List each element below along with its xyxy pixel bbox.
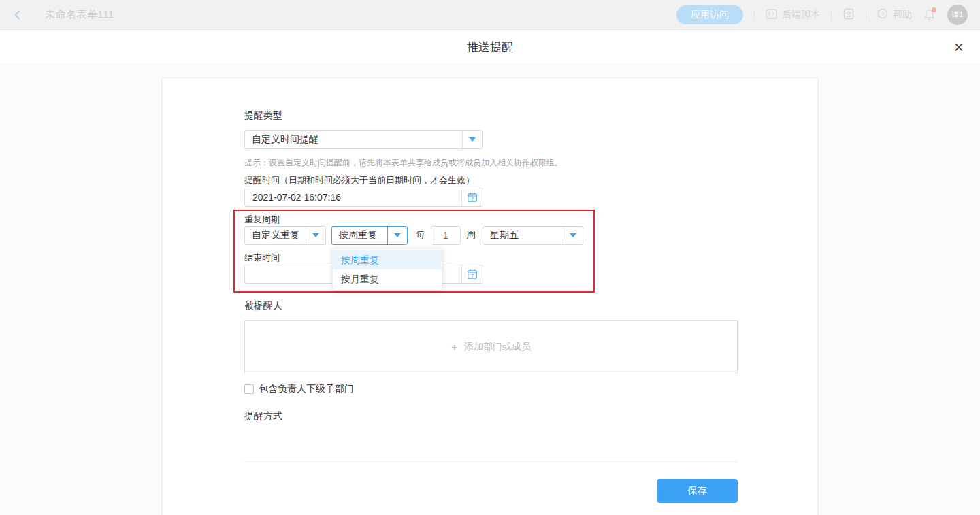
modal-body: 提醒类型 自定义时间提醒 提示：设置自定义时间提醒前，请先将本表单共享给成员或将… — [0, 65, 980, 515]
include-sub-row: 包含负责人下级子部门 — [244, 383, 354, 395]
calendar-icon[interactable]: 7 — [461, 265, 483, 283]
topbar: 未命名表单111 应用访问 后端脚本 ? 帮助 — [0, 0, 980, 30]
contact-card-button[interactable] — [843, 8, 855, 22]
add-members-text: 添加部门或成员 — [464, 341, 531, 353]
svg-text:?: ? — [881, 10, 885, 17]
repeat-interval-input[interactable] — [431, 226, 461, 245]
divider — [831, 10, 832, 20]
notification-dot — [932, 7, 936, 12]
save-button[interactable]: 保存 — [657, 479, 738, 503]
include-sub-label: 包含负责人下级子部门 — [259, 383, 354, 395]
backend-script-button[interactable]: 后端脚本 — [766, 9, 820, 21]
modal-title: 推送提醒 — [467, 39, 513, 55]
divider — [754, 10, 755, 20]
weekday-select[interactable]: 星期五 — [483, 226, 583, 245]
help-button[interactable]: ? 帮助 — [877, 8, 912, 21]
end-time-label: 结束时间 — [244, 252, 280, 264]
modal-header: 推送提醒 × — [0, 30, 980, 65]
add-members-box[interactable]: + 添加部门或成员 — [244, 320, 738, 373]
app-access-button[interactable]: 应用访问 — [676, 5, 743, 24]
every-unit: 周 — [466, 229, 476, 242]
chevron-down-icon — [462, 131, 482, 148]
hint-text: 提示：设置自定义时间提醒前，请先将本表单共享给成员或将成员加入相关协作权限组。 — [244, 157, 563, 169]
avatar[interactable]: 谭1 — [947, 5, 968, 25]
frequency-dropdown-menu: 按周重复 按月重复 — [332, 248, 442, 290]
settings-card: 提醒类型 自定义时间提醒 提示：设置自定义时间提醒前，请先将本表单共享给成员或将… — [161, 78, 819, 515]
weekday-value: 星期五 — [483, 229, 563, 242]
repeat-mode-value: 自定义重复 — [245, 229, 306, 242]
chevron-down-icon — [563, 227, 583, 244]
form-title: 未命名表单111 — [45, 8, 114, 21]
reminder-type-label: 提醒类型 — [244, 110, 282, 122]
dropdown-option-weekly[interactable]: 按周重复 — [333, 250, 442, 269]
contact-card-icon — [843, 8, 855, 22]
repeat-mode-select[interactable]: 自定义重复 — [244, 226, 326, 245]
reminder-type-select[interactable]: 自定义时间提醒 — [244, 130, 483, 149]
svg-text:7: 7 — [471, 197, 474, 201]
reminder-time-input-group: 7 — [244, 188, 483, 207]
repeat-frequency-value: 按周重复 — [332, 229, 387, 242]
chevron-down-icon — [306, 227, 325, 244]
back-chevron-icon[interactable] — [12, 9, 24, 21]
notification-bell-icon[interactable] — [923, 8, 936, 22]
repeat-frequency-select[interactable]: 按周重复 — [331, 226, 408, 245]
reminder-type-value: 自定义时间提醒 — [245, 133, 462, 146]
divider — [244, 461, 738, 462]
divider — [866, 10, 866, 20]
every-prefix: 每 — [416, 229, 425, 242]
repeat-label: 重复周期 — [244, 214, 280, 226]
calendar-icon[interactable]: 7 — [461, 188, 483, 206]
reminder-method-label: 提醒方式 — [244, 410, 282, 422]
reminder-time-label: 提醒时间（日期和时间必须大于当前日期时间，才会生效） — [244, 174, 474, 186]
include-sub-checkbox[interactable] — [244, 384, 254, 394]
svg-text:7: 7 — [471, 273, 474, 278]
plus-icon: + — [451, 342, 458, 353]
reminder-time-input[interactable] — [245, 192, 461, 203]
dropdown-option-monthly[interactable]: 按月重复 — [333, 269, 442, 288]
close-icon[interactable]: × — [953, 39, 964, 56]
chevron-down-icon — [387, 227, 407, 244]
question-icon: ? — [877, 8, 888, 21]
reminded-people-label: 被提醒人 — [244, 300, 282, 312]
code-icon — [766, 9, 777, 21]
